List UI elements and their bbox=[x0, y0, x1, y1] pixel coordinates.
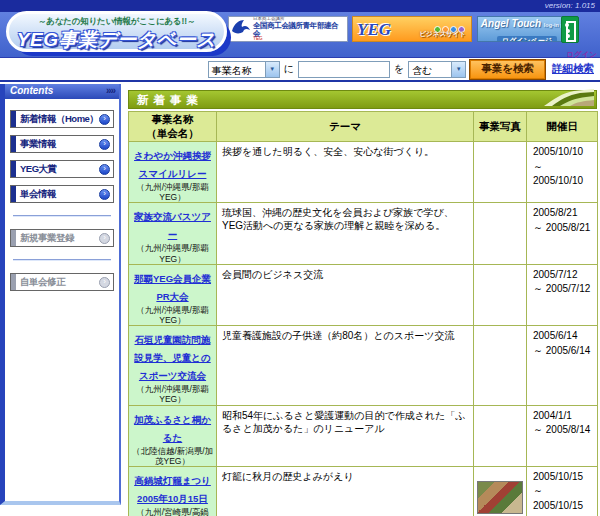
search-keyword-input[interactable] bbox=[298, 61, 390, 78]
arrow-circle-icon bbox=[99, 233, 110, 244]
event-theme: 児童養護施設の子供達（約80名）とのスポーツ交流 bbox=[217, 326, 474, 405]
search-field-select[interactable]: 事業名称 bbox=[208, 61, 280, 78]
sidebar-item-new-info-home[interactable]: 新着情報（Home） bbox=[10, 110, 114, 128]
header-divider bbox=[0, 80, 600, 82]
menu-notch-icon bbox=[11, 274, 16, 290]
arrow-circle-icon bbox=[99, 139, 110, 150]
sidebar-item-label: YEG大賞 bbox=[20, 163, 99, 176]
event-organization: （北陸信越/新潟県/加茂YEG） bbox=[130, 446, 215, 466]
table-row: 那覇YEG会員企業PR大会 （九州/沖縄県/那覇YEG） 会員間のビジネス交流 … bbox=[129, 264, 598, 325]
table-row: さわやか沖縄挨拶スマイルリレー （九州/沖縄県/那覇YEG） 挨拶を通した明るく… bbox=[129, 142, 598, 203]
search-match-select[interactable]: 含む bbox=[408, 61, 466, 78]
arrow-circle-icon bbox=[99, 114, 110, 125]
sidebar-separator bbox=[13, 215, 111, 217]
event-date: 2004/1/1～ 2005/8/14 bbox=[527, 405, 598, 466]
sidebar-item-label: 自単会修正 bbox=[20, 276, 99, 289]
events-table: 事業名称 （単会名） テーマ 事業写真 開催日 さわやか沖縄挨拶スマイルリレー … bbox=[128, 111, 598, 516]
event-photo-thumbnail[interactable] bbox=[477, 481, 523, 514]
menu-notch-icon bbox=[11, 111, 16, 127]
menu-notch-icon bbox=[11, 230, 16, 246]
dropdown-arrow-icon bbox=[451, 62, 465, 77]
event-title-link[interactable]: 加茂ふるさと桐かるた bbox=[134, 414, 211, 443]
dropdown-arrow-icon bbox=[265, 62, 279, 77]
sidebar-separator bbox=[13, 259, 111, 261]
event-title-link[interactable]: 石垣児童園訪問施設見学、児童とのスポーツ交流会 bbox=[134, 334, 210, 381]
event-theme: 挨拶を通した明るく、安全、安心な街づくり。 bbox=[217, 142, 474, 203]
column-header-photo: 事業写真 bbox=[474, 112, 527, 142]
menu-notch-icon bbox=[11, 186, 16, 202]
event-date: 2005/10/10～ 2005/10/10 bbox=[527, 142, 598, 203]
jcci-logo-icon bbox=[231, 18, 251, 40]
table-header-row: 事業名称 （単会名） テーマ 事業写真 開催日 bbox=[129, 112, 598, 142]
event-organization: （九州/沖縄県/那覇YEG） bbox=[130, 305, 215, 325]
site-logo-text: YEG事業データベース bbox=[9, 27, 224, 53]
search-button[interactable]: 事業を検索 bbox=[470, 60, 545, 79]
arrow-circle-icon bbox=[99, 189, 110, 200]
event-title-link[interactable]: 家族交流バスツアー bbox=[134, 211, 211, 240]
menu-notch-icon bbox=[11, 161, 16, 177]
event-theme: 会員間のビジネス交流 bbox=[217, 264, 474, 325]
search-field-select-value: 事業名称 bbox=[209, 62, 256, 77]
yeg-database-page: version: 1.015 ～あなたの知りたい情報がここにある!!～ YEG事… bbox=[0, 0, 600, 516]
site-logo[interactable]: ～あなたの知りたい情報がここにある!!～ YEG事業データベース bbox=[6, 11, 227, 52]
sidebar-item-label: 事業情報 bbox=[20, 138, 99, 151]
sidebar-item-chapter-info[interactable]: 単会情報 bbox=[10, 185, 114, 203]
sidebar-contents-header: Contents bbox=[5, 84, 119, 99]
table-row: 加茂ふるさと桐かるた （北陸信越/新潟県/加茂YEG） 昭和54年にふるさと愛護… bbox=[129, 405, 598, 466]
sidebar-item-yeg-award[interactable]: YEG大賞 bbox=[10, 160, 114, 178]
search-bar: 事業名称 に を 含む 事業を検索 詳細検索 bbox=[0, 58, 600, 80]
table-row: 家族交流バスツアー （九州/沖縄県/那覇YEG） 琉球国、沖縄の歴史文化を会員お… bbox=[129, 203, 598, 264]
event-date: 2005/7/12～ 2005/7/12 bbox=[527, 264, 598, 325]
event-date: 2005/6/14～ 2005/6/14 bbox=[527, 326, 598, 405]
events-table-body: さわやか沖縄挨拶スマイルリレー （九州/沖縄県/那覇YEG） 挨拶を通した明るく… bbox=[129, 142, 598, 516]
logout-door-icon[interactable] bbox=[561, 16, 579, 43]
sidebar-item-label: 単会情報 bbox=[20, 188, 99, 201]
event-title-link[interactable]: さわやか沖縄挨拶スマイルリレー bbox=[134, 150, 211, 179]
main-content: 新着事業 事業名称 （単会名） テーマ 事業写真 bbox=[128, 90, 597, 516]
arrow-circle-icon bbox=[99, 277, 110, 288]
section-title: 新着事業 bbox=[137, 94, 203, 106]
sidebar-item-label: 新規事業登録 bbox=[20, 232, 99, 245]
event-date: 2005/8/21～ 2005/8/21 bbox=[527, 203, 598, 264]
event-organization: （九州/沖縄県/那覇YEG） bbox=[130, 243, 215, 263]
angel-touch-sub: ログインページ bbox=[497, 36, 557, 42]
event-organization: （九州/沖縄県/那覇YEG） bbox=[130, 384, 215, 404]
menu-notch-icon bbox=[11, 136, 16, 152]
arrow-circle-icon bbox=[99, 164, 110, 175]
event-theme: 灯籠に秋月の歴史よみがえり bbox=[217, 466, 474, 516]
event-title-link[interactable]: 高鍋城灯籠まつり2005年10月15日 bbox=[134, 475, 211, 504]
yeg-business-logo: YEG bbox=[357, 20, 391, 40]
sidebar-item-business-info[interactable]: 事業情報 bbox=[10, 135, 114, 153]
yeg-business-banner[interactable]: YEG ビジネスサイト bbox=[352, 16, 472, 42]
event-organization: （九州/宮崎県/高鍋YEG） bbox=[130, 507, 215, 516]
sidebar-item-register-business[interactable]: 新規事業登録 bbox=[10, 229, 114, 247]
sidebar-item-label: 新着情報（Home） bbox=[20, 113, 99, 126]
event-title-link[interactable]: 那覇YEG会員企業PR大会 bbox=[134, 273, 211, 302]
column-header-date: 開催日 bbox=[527, 112, 598, 142]
title-bar-swoosh-decoration bbox=[544, 89, 594, 108]
event-date: 2005/10/15～ 2005/10/15 bbox=[527, 466, 598, 516]
column-header-theme: テーマ bbox=[217, 112, 474, 142]
table-row: 高鍋城灯籠まつり2005年10月15日 （九州/宮崎県/高鍋YEG） 灯籠に秋月… bbox=[129, 466, 598, 516]
sidebar: Contents 新着情報（Home） 事業情報 YEG大賞 単会情報 bbox=[0, 84, 121, 505]
section-title-bar: 新着事業 bbox=[128, 90, 597, 109]
table-row: 石垣児童園訪問施設見学、児童とのスポーツ交流会 （九州/沖縄県/那覇YEG） 児… bbox=[129, 326, 598, 405]
particle-wo: を bbox=[394, 62, 404, 76]
jcci-banner[interactable]: 日本商工会議所 全国商工会議所青年部連合会 YEG bbox=[228, 16, 348, 42]
version-label: version: 1.015 bbox=[545, 1, 595, 10]
angel-touch-title: Angel Touch bbox=[481, 18, 541, 29]
column-header-name: 事業名称 （単会名） bbox=[129, 112, 217, 142]
search-match-select-value: 含む bbox=[409, 62, 436, 77]
event-theme: 琉球国、沖縄の歴史文化を会員および家族で学び、YEG活動への更なる家族の理解と親… bbox=[217, 203, 474, 264]
yeg-business-sub: ビジネスサイト bbox=[419, 30, 466, 39]
advanced-search-link[interactable]: 詳細検索 bbox=[552, 62, 594, 76]
particle-ni: に bbox=[284, 62, 294, 76]
jcci-banner-caption: YEG bbox=[253, 37, 345, 42]
event-organization: （九州/沖縄県/那覇YEG） bbox=[130, 182, 215, 202]
jcci-banner-mainline: 全国商工会議所青年部連合会 bbox=[253, 22, 345, 37]
event-theme: 昭和54年にふるさと愛護運動の目的で作成された「ふるさと加茂かるた」のリニューア… bbox=[217, 405, 474, 466]
sidebar-item-edit-own-chapter[interactable]: 自単会修正 bbox=[10, 273, 114, 291]
